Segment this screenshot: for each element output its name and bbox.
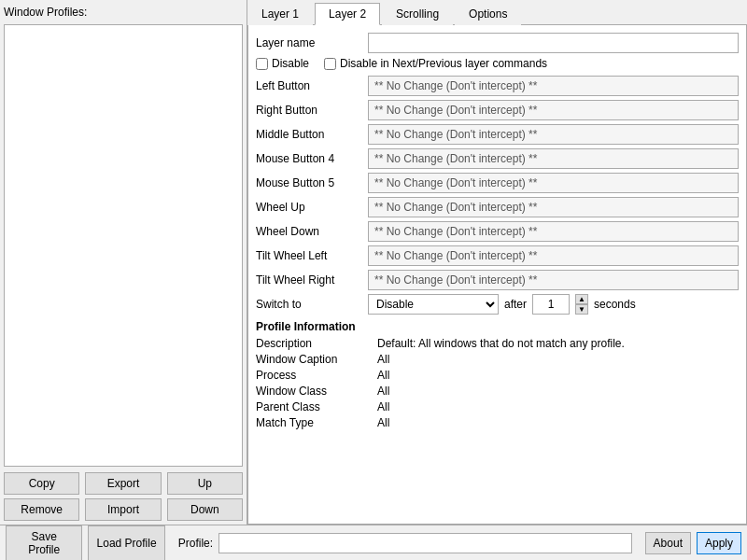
- window-caption-label: Window Caption: [256, 353, 377, 366]
- profile-field: Profile:: [178, 533, 632, 553]
- tabs: Layer 1 Layer 2 Scrolling Options: [247, 0, 747, 25]
- tilt-wheel-right-row: Tilt Wheel Right ** No Change (Don't int…: [256, 270, 739, 290]
- left-panel-title: Window Profiles:: [4, 4, 243, 21]
- layer-name-input[interactable]: [368, 33, 739, 53]
- right-panel: Layer 1 Layer 2 Scrolling Options Layer …: [247, 0, 747, 525]
- disable-next-prev-label: Disable in Next/Previous layer commands: [340, 57, 547, 70]
- tilt-wheel-right-label: Tilt Wheel Right: [256, 273, 368, 287]
- import-button[interactable]: Import: [85, 498, 161, 521]
- disable-next-prev-checkbox[interactable]: [324, 58, 336, 70]
- switch-to-controls: Disable after ▲ ▼ seconds: [368, 294, 739, 315]
- wheel-down-label: Wheel Down: [256, 225, 368, 238]
- up-button[interactable]: Up: [167, 472, 243, 495]
- right-button-row: Right Button ** No Change (Don't interce…: [256, 100, 739, 120]
- parent-class-value: All: [377, 400, 389, 413]
- parent-class-label: Parent Class: [256, 400, 377, 413]
- btn-row-1: Copy Export Up: [4, 472, 243, 495]
- mouse-button5-row: Mouse Button 5 ** No Change (Don't inter…: [256, 173, 739, 193]
- switch-to-dropdown[interactable]: Disable: [368, 294, 499, 315]
- left-buttons: Copy Export Up Remove Import Down: [4, 472, 243, 521]
- apply-button[interactable]: Apply: [697, 532, 741, 554]
- middle-button-value[interactable]: ** No Change (Don't intercept) **: [368, 124, 739, 145]
- tilt-wheel-left-row: Tilt Wheel Left ** No Change (Don't inte…: [256, 245, 739, 266]
- layer-name-row: Layer name: [256, 33, 739, 53]
- window-caption-row: Window Caption All: [256, 353, 739, 366]
- after-label: after: [504, 298, 527, 311]
- seconds-label: seconds: [594, 298, 636, 311]
- match-type-row: Match Type All: [256, 416, 739, 429]
- wheel-up-row: Wheel Up ** No Change (Don't intercept) …: [256, 197, 739, 217]
- mouse-button5-label: Mouse Button 5: [256, 176, 368, 189]
- mouse-button4-row: Mouse Button 4 ** No Change (Don't inter…: [256, 148, 739, 169]
- disable-checkbox[interactable]: [256, 58, 268, 70]
- match-type-value: All: [377, 416, 389, 429]
- about-button[interactable]: About: [645, 532, 691, 554]
- load-profile-button[interactable]: Load Profile: [88, 525, 164, 561]
- tab-layer1[interactable]: Layer 1: [247, 3, 313, 25]
- left-button-value[interactable]: ** No Change (Don't intercept) **: [368, 76, 739, 96]
- disable-checkbox-label[interactable]: Disable: [256, 57, 309, 70]
- mouse-button5-value[interactable]: ** No Change (Don't intercept) **: [368, 173, 739, 193]
- save-profile-button[interactable]: Save Profile: [6, 525, 82, 561]
- switch-to-row: Switch to Disable after ▲ ▼ seconds: [256, 294, 739, 315]
- parent-class-row: Parent Class All: [256, 400, 739, 413]
- btn-row-2: Remove Import Down: [4, 498, 243, 521]
- checkbox-row: Disable Disable in Next/Previous layer c…: [256, 57, 739, 70]
- bottom-bar: Save Profile Load Profile Profile: About…: [0, 525, 747, 560]
- bottom-right-buttons: About Apply: [645, 532, 741, 554]
- export-button[interactable]: Export: [85, 472, 161, 495]
- process-row: Process All: [256, 369, 739, 382]
- tilt-wheel-left-label: Tilt Wheel Left: [256, 249, 368, 262]
- copy-button[interactable]: Copy: [4, 472, 79, 495]
- wheel-up-label: Wheel Up: [256, 201, 368, 214]
- match-type-label: Match Type: [256, 416, 377, 429]
- profile-input[interactable]: [218, 533, 632, 553]
- remove-button[interactable]: Remove: [4, 498, 79, 521]
- profile-label: Profile:: [178, 537, 213, 550]
- wheel-up-value[interactable]: ** No Change (Don't intercept) **: [368, 197, 739, 217]
- seconds-input[interactable]: [532, 294, 570, 315]
- tab-scrolling[interactable]: Scrolling: [382, 3, 453, 25]
- window-class-value: All: [377, 385, 389, 398]
- window-class-label: Window Class: [256, 385, 377, 398]
- right-button-value[interactable]: ** No Change (Don't intercept) **: [368, 100, 739, 120]
- spinner-buttons: ▲ ▼: [575, 294, 588, 315]
- tab-layer2[interactable]: Layer 2: [315, 3, 380, 25]
- description-row: Description Default: All windows that do…: [256, 337, 739, 350]
- down-button[interactable]: Down: [167, 498, 243, 521]
- disable-next-prev-checkbox-label[interactable]: Disable in Next/Previous layer commands: [324, 57, 547, 70]
- left-button-label: Left Button: [256, 79, 368, 92]
- description-value: Default: All windows that do not match a…: [377, 337, 625, 350]
- description-label: Description: [256, 337, 377, 350]
- middle-button-label: Middle Button: [256, 128, 368, 141]
- left-button-row: Left Button ** No Change (Don't intercep…: [256, 76, 739, 96]
- spinner-down-button[interactable]: ▼: [575, 304, 588, 315]
- middle-button-row: Middle Button ** No Change (Don't interc…: [256, 124, 739, 145]
- profile-list[interactable]: [4, 24, 243, 467]
- tab-content-layer2: Layer name Disable Disable in Next/Previ…: [247, 25, 747, 525]
- left-panel: Window Profiles: Copy Export Up Remove I…: [0, 0, 247, 525]
- switch-to-label: Switch to: [256, 298, 368, 311]
- mouse-button4-value[interactable]: ** No Change (Don't intercept) **: [368, 148, 739, 169]
- bottom-left-buttons: Save Profile Load Profile: [6, 525, 165, 561]
- process-label: Process: [256, 369, 377, 382]
- tilt-wheel-right-value[interactable]: ** No Change (Don't intercept) **: [368, 270, 739, 290]
- mouse-button4-label: Mouse Button 4: [256, 152, 368, 165]
- right-button-label: Right Button: [256, 104, 368, 117]
- process-value: All: [377, 369, 389, 382]
- wheel-down-value[interactable]: ** No Change (Don't intercept) **: [368, 221, 739, 242]
- spinner-up-button[interactable]: ▲: [575, 294, 588, 304]
- disable-label: Disable: [272, 57, 309, 70]
- wheel-down-row: Wheel Down ** No Change (Don't intercept…: [256, 221, 739, 242]
- window-class-row: Window Class All: [256, 385, 739, 398]
- tilt-wheel-left-value[interactable]: ** No Change (Don't intercept) **: [368, 245, 739, 266]
- layer-name-label: Layer name: [256, 36, 368, 49]
- tab-options[interactable]: Options: [455, 3, 521, 25]
- profile-info-title: Profile Information: [256, 320, 739, 333]
- window-caption-value: All: [377, 353, 389, 366]
